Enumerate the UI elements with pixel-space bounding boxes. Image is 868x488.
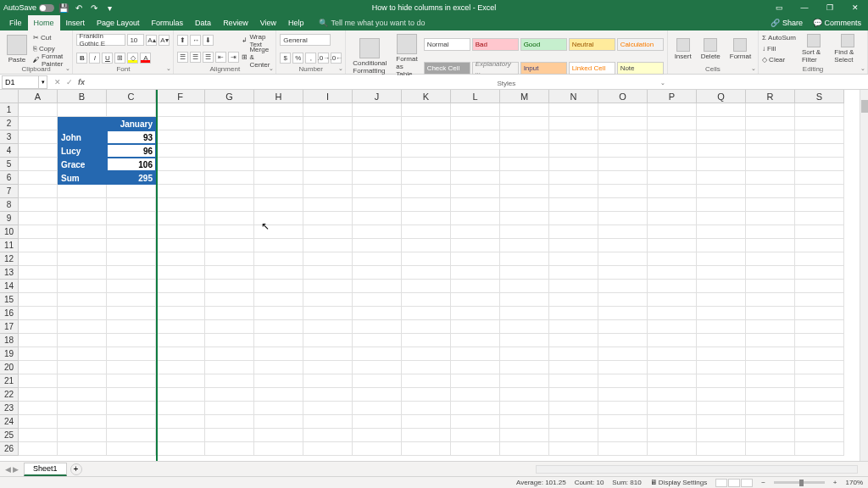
fill-button[interactable]: ↓ Fill — [762, 43, 796, 54]
col-header-j[interactable]: J — [353, 90, 402, 103]
view-normal-button[interactable] — [715, 479, 727, 487]
spreadsheet-grid[interactable]: ABCFGHIJKLMNOPQRS 1234567891011121314151… — [0, 90, 868, 461]
row-header-10[interactable]: 10 — [0, 225, 19, 239]
zoom-in-button[interactable]: + — [833, 479, 837, 486]
row-header-5[interactable]: 5 — [0, 158, 19, 171]
autosum-button[interactable]: Σ AutoSum — [762, 32, 796, 43]
row-header-7[interactable]: 7 — [0, 185, 19, 198]
row-header-4[interactable]: 4 — [0, 144, 19, 158]
qat-more-icon[interactable]: ▾ — [103, 2, 115, 14]
align-left-button[interactable]: ☰ — [177, 52, 188, 63]
style-neutral[interactable]: Neutral — [569, 38, 615, 51]
row-header-6[interactable]: 6 — [0, 171, 19, 185]
row-header-1[interactable]: 1 — [0, 103, 19, 117]
align-right-button[interactable]: ☰ — [203, 52, 214, 63]
insert-cells-button[interactable]: Insert — [671, 32, 695, 65]
col-header-o[interactable]: O — [598, 90, 648, 103]
row-header-13[interactable]: 13 — [0, 266, 19, 280]
row-header-11[interactable]: 11 — [0, 239, 19, 252]
row-header-24[interactable]: 24 — [0, 415, 19, 429]
fx-icon[interactable]: fx — [78, 78, 85, 86]
fill-color-button[interactable]: ◇ — [127, 53, 138, 64]
number-format-select[interactable]: General — [280, 34, 331, 46]
cell-c6[interactable]: 295 — [107, 171, 156, 185]
share-button[interactable]: 🔗 Share — [771, 19, 803, 27]
view-pagelayout-button[interactable] — [728, 479, 740, 487]
increase-font-button[interactable]: A▴ — [146, 35, 157, 46]
col-header-q[interactable]: Q — [697, 90, 746, 103]
col-header-h[interactable]: H — [254, 90, 303, 103]
autosave-toggle[interactable]: AutoSave — [3, 3, 54, 12]
col-header-g[interactable]: G — [205, 90, 254, 103]
col-header-m[interactable]: M — [500, 90, 549, 103]
sheet-prev-icon[interactable]: ◀ — [5, 465, 11, 474]
cell-c4[interactable]: 96 — [107, 144, 156, 158]
row-header-9[interactable]: 9 — [0, 212, 19, 225]
align-middle-button[interactable]: ↔ — [190, 35, 201, 46]
menu-data[interactable]: Data — [189, 15, 217, 30]
col-header-l[interactable]: L — [451, 90, 500, 103]
col-header-n[interactable]: N — [549, 90, 598, 103]
menu-review[interactable]: Review — [217, 15, 254, 30]
menu-help[interactable]: Help — [282, 15, 310, 30]
conditional-formatting-button[interactable]: Conditional Formatting — [349, 32, 390, 80]
font-color-button[interactable]: A — [140, 53, 151, 64]
redo-icon[interactable]: ↷ — [88, 2, 100, 14]
row-header-8[interactable]: 8 — [0, 198, 19, 212]
style-input[interactable]: Input — [520, 62, 567, 75]
percent-button[interactable]: % — [292, 53, 303, 64]
align-center-button[interactable]: ☰ — [190, 52, 201, 63]
align-bottom-button[interactable]: ⬇ — [203, 35, 214, 46]
zoom-slider[interactable] — [774, 481, 825, 484]
ribbon-options-icon[interactable]: ▭ — [766, 0, 792, 15]
merge-center-button[interactable]: ⊞ Merge & Center — [242, 52, 272, 63]
underline-button[interactable]: U — [102, 53, 113, 64]
display-settings-button[interactable]: 🖥 Display Settings — [650, 479, 708, 486]
menu-insert[interactable]: Insert — [60, 15, 92, 30]
italic-button[interactable]: I — [89, 53, 100, 64]
row-header-14[interactable]: 14 — [0, 280, 19, 293]
currency-button[interactable]: $ — [280, 53, 291, 64]
comments-button[interactable]: 💬 Comments — [813, 19, 861, 27]
col-header-r[interactable]: R — [746, 90, 795, 103]
col-header-a[interactable]: A — [19, 90, 58, 103]
cell-b3[interactable]: John — [58, 130, 107, 144]
format-cells-button[interactable]: Format — [726, 32, 754, 65]
col-header-i[interactable]: I — [303, 90, 353, 103]
minimize-button[interactable]: — — [792, 0, 817, 15]
col-header-b[interactable]: B — [58, 90, 107, 103]
cell-b4[interactable]: Lucy — [58, 144, 107, 158]
close-button[interactable]: ✕ — [843, 0, 868, 15]
row-header-2[interactable]: 2 — [0, 117, 19, 130]
clear-button[interactable]: ◇ Clear — [762, 54, 796, 65]
row-header-12[interactable]: 12 — [0, 252, 19, 266]
row-header-18[interactable]: 18 — [0, 334, 19, 347]
delete-cells-button[interactable]: Delete — [698, 32, 724, 65]
col-header-k[interactable]: K — [402, 90, 451, 103]
bold-button[interactable]: B — [76, 53, 87, 64]
tellme-search[interactable]: 🔍 Tell me what you want to do — [319, 19, 426, 27]
row-header-25[interactable]: 25 — [0, 429, 19, 442]
accept-formula-icon[interactable]: ✓ — [66, 78, 73, 86]
menu-formulas[interactable]: Formulas — [146, 15, 190, 30]
col-header-f[interactable]: F — [156, 90, 205, 103]
format-as-table-button[interactable]: Format as Table — [392, 32, 420, 80]
row-header-15[interactable]: 15 — [0, 293, 19, 307]
sheet-tab-sheet1[interactable]: Sheet1 — [24, 463, 67, 476]
row-header-26[interactable]: 26 — [0, 442, 19, 456]
indent-inc-button[interactable]: ⇥ — [228, 52, 239, 63]
row-header-3[interactable]: 3 — [0, 130, 19, 144]
format-painter-button[interactable]: 🖌 Format Painter — [33, 54, 69, 65]
cell-c2[interactable]: January — [107, 117, 156, 130]
font-size-select[interactable]: 10 — [127, 34, 144, 46]
add-sheet-button[interactable]: + — [70, 463, 82, 475]
style-checkcell[interactable]: Check Cell — [424, 62, 470, 75]
zoom-level[interactable]: 170% — [846, 479, 863, 486]
row-header-20[interactable]: 20 — [0, 361, 19, 374]
border-button[interactable]: ⊞ — [114, 53, 125, 64]
style-note[interactable]: Note — [617, 62, 664, 75]
cell-b5[interactable]: Grace — [58, 158, 107, 171]
namebox-dropdown[interactable]: ▾ — [39, 75, 47, 89]
inc-decimal-button[interactable]: .0→ — [318, 53, 329, 64]
row-header-21[interactable]: 21 — [0, 374, 19, 388]
